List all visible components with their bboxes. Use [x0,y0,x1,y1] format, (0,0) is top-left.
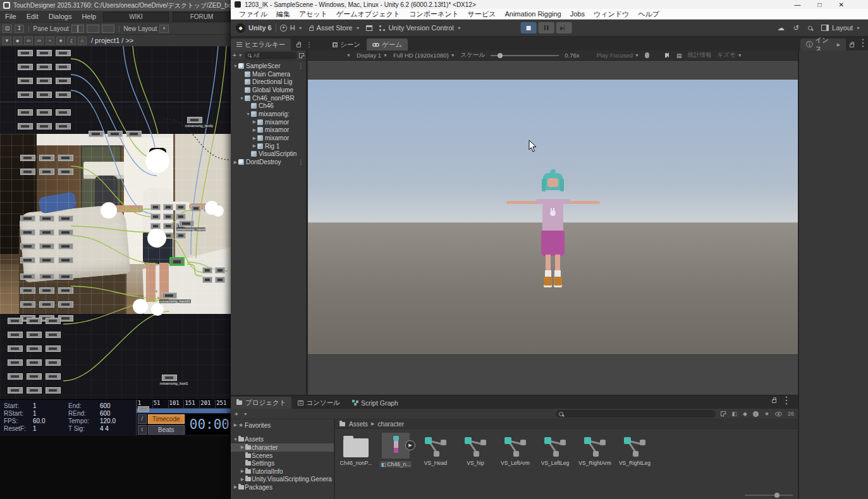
slash-button[interactable]: / [138,414,147,424]
network-node[interactable] [46,346,61,352]
menu-コンポーネント[interactable]: コンポーネント [405,9,463,19]
hierarchy-item-mixamor[interactable]: ▶mixamor [231,126,306,135]
chevron-down-icon[interactable]: ▼ [238,53,243,57]
add-asset-button[interactable]: + [235,411,238,418]
pause-button[interactable] [539,22,554,33]
stats-button[interactable]: 統計情報 [688,51,712,59]
debug-bug-icon[interactable] [645,52,649,58]
project-tree-unity-visualscripting-genera[interactable]: ▶Unity.VisualScripting.Genera [231,476,334,484]
network-node[interactable] [20,274,35,280]
add-icon[interactable]: + [46,37,54,45]
menu-ゲームオブジェクト[interactable]: ゲームオブジェクト [332,9,405,19]
menu-ファイル[interactable]: ファイル [235,9,272,19]
expand-arrow-icon[interactable]: ▼ [233,437,238,442]
breadcrumb-character[interactable]: character [377,421,404,428]
network-node[interactable] [202,267,212,274]
selected-node[interactable] [169,257,185,266]
network-node[interactable] [150,204,161,210]
menu-Jobs[interactable]: Jobs [566,10,589,18]
network-node[interactable] [39,257,54,263]
network-node[interactable] [39,287,54,294]
network-node[interactable] [20,301,35,308]
network-node[interactable] [58,215,73,222]
window-mode-icon[interactable]: ⊡ [3,25,12,33]
network-node[interactable] [39,169,54,175]
network-node[interactable] [20,287,35,294]
network-node[interactable] [37,64,52,70]
network-path[interactable]: / project1 / >> [91,37,133,44]
search-save-icon[interactable] [299,53,304,58]
i-button[interactable]: I [138,425,147,435]
expand-prefab-icon[interactable]: ▶ [405,440,415,450]
network-node[interactable] [8,373,23,380]
tab-scene[interactable]: シーン [327,39,366,51]
network-node[interactable] [58,257,73,263]
project-tree-packages[interactable]: ▶Packages [231,483,334,491]
network-node[interactable] [37,123,52,129]
network-node[interactable] [8,387,23,394]
timeline-progress-bar[interactable] [137,409,231,413]
network-node[interactable] [8,332,23,338]
expand-arrow-icon[interactable]: ▶ [233,484,238,490]
tab-プロジェクト[interactable]: プロジェクト [231,397,291,409]
play-button[interactable] [521,22,537,33]
asset-vs_rightarm[interactable]: VS_RightArm [579,433,611,466]
network-node[interactable] [89,131,104,137]
lock-icon[interactable] [850,44,854,47]
asset-store-button[interactable]: Asset Store ▼ [309,24,360,32]
resolution-dropdown[interactable]: Full HD (1920x1080)▼ [393,52,455,59]
network-node[interactable] [46,318,61,324]
project-search-input[interactable] [556,410,716,418]
network-node[interactable] [126,131,142,137]
network-node[interactable] [179,220,194,227]
cloud-icon[interactable]: ☁ [778,24,785,32]
expand-arrow-icon[interactable]: ▶ [233,160,238,165]
tab-game[interactable]: ゲーム [367,39,408,51]
breadcrumb-assets[interactable]: Assets [349,421,368,428]
network-node[interactable] [20,229,35,236]
vsync-icon[interactable]: ▤ [676,52,682,59]
network-node[interactable] [18,50,33,56]
lock-icon[interactable] [772,399,776,403]
network-node[interactable] [37,50,52,56]
link-wiki[interactable]: WIKI [103,12,169,21]
network-node[interactable] [202,277,212,283]
pick-icon[interactable]: ζ [67,37,76,45]
network-node[interactable] [8,318,23,324]
display-dropdown[interactable]: Display 1▼ [357,52,388,59]
expand-arrow-icon[interactable]: ▶ [240,445,245,450]
network-node[interactable] [191,205,201,212]
network-node[interactable] [58,243,73,250]
label-filter-icon[interactable]: ◆ [743,411,747,417]
kebab-menu-icon[interactable]: ⋮ [298,159,306,165]
network-node[interactable] [18,92,33,98]
network-node[interactable] [163,213,173,220]
network-node[interactable] [20,243,35,250]
pane-layout-mixed-button[interactable] [87,25,99,33]
menu-ウィンドウ[interactable]: ウィンドウ [589,9,633,19]
network-node[interactable] [58,155,73,161]
search-icon[interactable] [808,26,812,30]
pane-layout-grid-button[interactable] [102,25,114,33]
network-node[interactable] [56,123,71,129]
pane-layout-split-button[interactable] [71,25,84,33]
version-control-button[interactable]: Unity Version Control ▼ [379,24,461,32]
hierarchy-item-ch46[interactable]: Ch46 [231,102,306,110]
kebab-menu-icon[interactable]: ⋮ [781,394,792,406]
lock-icon[interactable] [296,44,301,47]
favorites-filter-icon[interactable]: ★ [764,411,769,417]
network-node[interactable] [162,292,177,299]
mute-audio-icon[interactable] [665,53,671,57]
network-node[interactable] [215,267,225,274]
expand-arrow-icon[interactable]: ▼ [239,96,245,100]
bookmark-icon[interactable]: ★ [56,37,65,45]
network-node[interactable] [56,109,71,116]
expand-arrow-icon[interactable]: ▶ [252,119,257,124]
hierarchy-item-main-camera[interactable]: Main Camera [231,70,306,78]
network-node[interactable] [39,274,54,280]
expand-arrow-icon[interactable]: ▶ [252,136,257,141]
expand-arrow-icon[interactable]: ▼ [233,64,238,68]
hierarchy-item-visualscriptin[interactable]: VisualScriptin [231,150,306,159]
network-node[interactable] [46,387,61,394]
beats-button[interactable]: Beats [148,425,185,435]
